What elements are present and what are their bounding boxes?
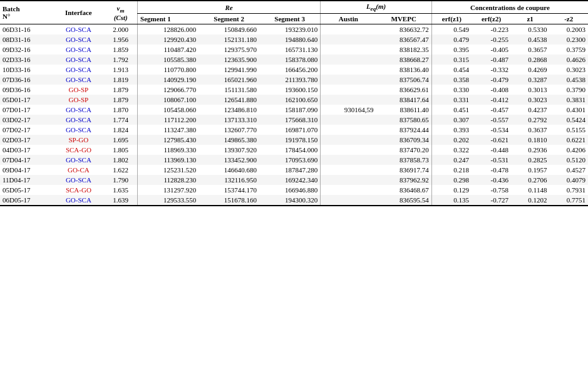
negz2-cell: 0.5120 (549, 155, 588, 165)
z1-cell: 0.3023 (511, 95, 549, 105)
z1-cell: 0.3657 (511, 45, 549, 55)
erfz2-cell: -0.479 (472, 75, 511, 85)
erfz2-cell: -0.405 (472, 45, 511, 55)
mvepc-cell: 838136.40 (376, 65, 432, 75)
erfz1-cell: 0.331 (431, 95, 472, 105)
mvepc-cell: 838611.40 (376, 105, 432, 115)
batch-cell: 07D01-17 (0, 105, 53, 115)
seg2-cell: 132116.950 (199, 175, 259, 185)
batch-cell: 02D33-16 (0, 55, 53, 65)
batch-cell: 09D36-16 (0, 85, 53, 95)
austin-cell (321, 45, 376, 55)
seg3-cell: 165731.130 (259, 45, 321, 55)
austin-cell (321, 65, 376, 75)
vm-cell: 2.000 (104, 24, 137, 35)
negz2-cell: 0.3759 (549, 45, 588, 55)
austin-cell (321, 195, 376, 206)
vm-cell: 1.774 (104, 115, 137, 125)
interface-value: GO-SP (68, 96, 88, 103)
erfz2-cell: -0.758 (472, 185, 511, 195)
seg2-cell: 133452.900 (199, 155, 259, 165)
erfz2-cell: -0.412 (472, 95, 511, 105)
erfz1-cell: 0.395 (431, 45, 472, 55)
austin-cell (321, 34, 376, 45)
vm-cell: 1.879 (104, 85, 137, 95)
negz2-cell: 0.3023 (549, 65, 588, 75)
col-header-seg1: Segment 1 (138, 14, 199, 24)
seg3-cell: 166946.880 (259, 185, 321, 195)
col-header-leq-group: Leq(m) (321, 1, 432, 14)
erfz2-cell: -0.478 (472, 165, 511, 175)
vm-cell: 1.859 (104, 45, 137, 55)
erfz1-cell: 0.451 (431, 105, 472, 115)
seg2-cell: 151678.160 (199, 195, 259, 206)
table-row: 07D36-16GO-SCA1.819140929.190165021.9602… (0, 75, 588, 85)
erfz1-cell: 0.135 (431, 195, 472, 206)
seg1-cell: 105585.380 (138, 55, 199, 65)
z1-cell: 0.4538 (511, 34, 549, 45)
batch-cell: 03D02-17 (0, 115, 53, 125)
seg3-cell: 194880.640 (259, 34, 321, 45)
erfz2-cell: -0.531 (472, 155, 511, 165)
erfz1-cell: 0.298 (431, 175, 472, 185)
seg3-cell: 169871.070 (259, 125, 321, 135)
seg2-cell: 152131.180 (199, 34, 259, 45)
seg2-cell: 146640.680 (199, 165, 259, 175)
z1-cell: 0.2868 (511, 55, 549, 65)
interface-value: SCA-GO (66, 186, 91, 194)
col-header-austin: Austin (321, 14, 376, 24)
negz2-cell: 0.2003 (549, 24, 588, 35)
interface-cell: GO-SCA (53, 34, 105, 45)
austin-cell: 930164,59 (321, 105, 376, 115)
interface-value: GO-SCA (66, 66, 91, 73)
erfz2-cell: -0.332 (472, 65, 511, 75)
negz2-cell: 0.4538 (549, 75, 588, 85)
austin-cell (321, 165, 376, 175)
vm-cell: 1.956 (104, 34, 137, 45)
seg1-cell: 113247.380 (138, 125, 199, 135)
mvepc-cell: 837580.65 (376, 115, 432, 125)
seg3-cell: 158187.090 (259, 105, 321, 115)
mvepc-cell: 837470.20 (376, 145, 432, 155)
z1-cell: 0.3013 (511, 85, 549, 95)
interface-value: GO-CA (68, 166, 90, 174)
batch-cell: 05D01-17 (0, 95, 53, 105)
erfz1-cell: 0.129 (431, 185, 472, 195)
interface-cell: GO-SP (53, 85, 105, 95)
erfz1-cell: 0.218 (431, 165, 472, 175)
interface-value: GO-SCA (66, 116, 91, 123)
seg3-cell: 175668.310 (259, 115, 321, 125)
mvepc-cell: 836595.54 (376, 195, 432, 206)
seg3-cell: 191978.150 (259, 135, 321, 145)
table-row: 07D04-17GO-SCA1.802113969.130133452.9001… (0, 155, 588, 165)
seg2-cell: 129375.970 (199, 45, 259, 55)
vm-cell: 1.639 (104, 195, 137, 206)
table-row: 04D03-17SCA-GO1.805118969.330139307.9201… (0, 145, 588, 155)
table-row: 06D05-17GO-SCA1.639129533.550151678.1601… (0, 195, 588, 206)
erfz1-cell: 0.358 (431, 75, 472, 85)
austin-cell (321, 135, 376, 145)
erfz2-cell: -0.557 (472, 115, 511, 125)
table-row: 09D36-16GO-SP1.879129066.770151131.58019… (0, 85, 588, 95)
interface-cell: GO-SCA (53, 55, 105, 65)
seg2-cell: 149865.380 (199, 135, 259, 145)
austin-cell (321, 185, 376, 195)
interface-value: GO-SCA (66, 76, 91, 83)
vm-cell: 1.819 (104, 75, 137, 85)
austin-cell (321, 155, 376, 165)
seg2-cell: 123486.810 (199, 105, 259, 115)
negz2-cell: 0.5155 (549, 125, 588, 135)
col-header-vm: vm(Cst) (104, 1, 137, 24)
col-header-negz2: -z2 (549, 14, 588, 24)
mvepc-cell: 836709.34 (376, 135, 432, 145)
mvepc-cell: 838182.35 (376, 45, 432, 55)
interface-cell: GO-SCA (53, 175, 105, 185)
vm-cell: 1.790 (104, 175, 137, 185)
col-header-erfz2: erf(z2) (472, 14, 511, 24)
erfz2-cell: -0.255 (472, 34, 511, 45)
seg1-cell: 140929.190 (138, 75, 199, 85)
batch-cell: 09D04-17 (0, 165, 53, 175)
erfz1-cell: 0.393 (431, 125, 472, 135)
col-header-conc-group: Concentrations de coupure (431, 1, 588, 14)
batch-cell: 06D05-17 (0, 195, 53, 206)
